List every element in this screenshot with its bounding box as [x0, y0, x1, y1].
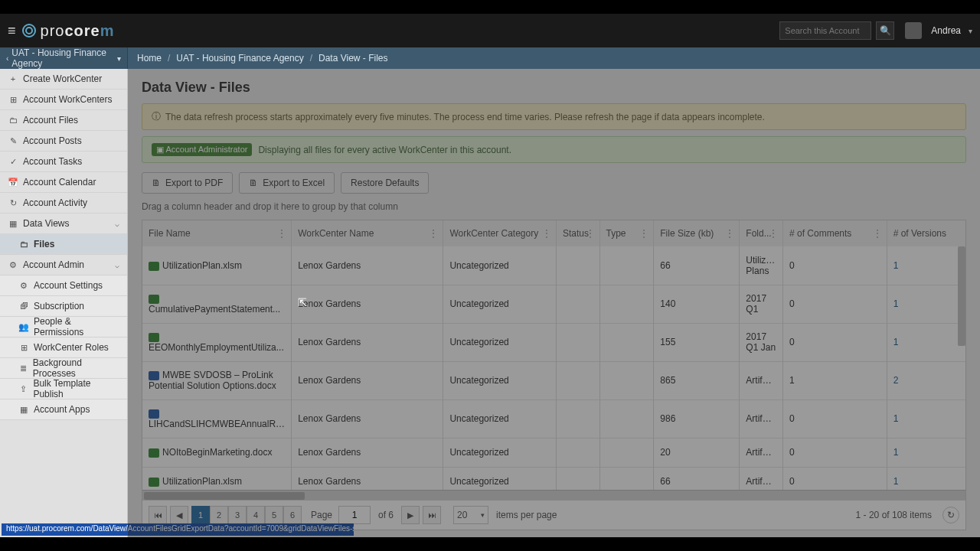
sidebar-icon: ⊞: [18, 343, 29, 353]
pager-prev[interactable]: ◀: [170, 506, 188, 524]
export-pdf-button[interactable]: 🗎Export to PDF: [142, 172, 233, 194]
column-menu-icon[interactable]: ⋮: [277, 228, 286, 239]
sidebar-item[interactable]: ✎Account Posts: [0, 131, 127, 152]
column-header[interactable]: WorkCenter Category⋮: [443, 220, 556, 246]
logo[interactable]: procorem: [22, 22, 115, 40]
sidebar-admin-item[interactable]: 🗊Subscription: [0, 296, 127, 317]
pager-next[interactable]: ▶: [401, 506, 420, 524]
sidebar-item[interactable]: +Create WorkCenter: [0, 69, 127, 90]
column-header[interactable]: # of Versions⋮: [887, 220, 965, 246]
alert-refresh: ⓘ The data refresh process starts approx…: [142, 103, 966, 130]
avatar[interactable]: [905, 22, 922, 39]
sidebar-admin[interactable]: ⚙Account Admin⌵: [0, 255, 127, 276]
crumb-account[interactable]: UAT - Housing Finance Agency: [176, 53, 303, 64]
vertical-scrollbar[interactable]: [958, 246, 965, 346]
sidebar-item[interactable]: ✓Account Tasks: [0, 152, 127, 172]
column-menu-icon[interactable]: ⋮: [769, 228, 778, 239]
column-menu-icon[interactable]: ⋮: [639, 228, 648, 239]
sidebar-files[interactable]: 🗀Files: [0, 234, 127, 255]
sidebar-item[interactable]: ↻Account Activity: [0, 193, 127, 214]
logo-icon: [22, 24, 36, 37]
column-header[interactable]: Status⋮: [556, 220, 599, 246]
pager-page[interactable]: 4: [247, 506, 265, 524]
search-icon: 🔍: [880, 25, 891, 36]
file-icon: [149, 409, 159, 419]
file-icon: [149, 448, 159, 458]
account-switcher[interactable]: ‹ UAT - Housing Finance Agency ▾: [0, 47, 128, 69]
horizontal-scrollbar[interactable]: [142, 490, 965, 500]
pager-page[interactable]: 1: [191, 506, 210, 524]
group-hint[interactable]: Drag a column header and drop it here to…: [128, 201, 980, 220]
export-excel-button[interactable]: 🗎Export to Excel: [239, 172, 335, 194]
table-row[interactable]: UtilizationPlan.xlsm Lenox Gardens Uncat…: [142, 246, 965, 285]
restore-defaults-button[interactable]: Restore Defaults: [341, 172, 429, 194]
hamburger-icon[interactable]: ≡: [8, 23, 16, 39]
badge-admin: ▣ Account Administrator: [152, 143, 252, 156]
sidebar-admin-item[interactable]: ▦Account Apps: [0, 399, 127, 420]
grid: File Name⋮WorkCenter Name⋮WorkCenter Cat…: [142, 220, 966, 530]
pager-first[interactable]: ⏮: [149, 506, 167, 524]
file-name-cell[interactable]: CumulativePaymentStatement...: [142, 285, 292, 323]
column-menu-icon[interactable]: ⋮: [586, 228, 595, 239]
table-row[interactable]: LIHCandSLIHCMWBEAnnualRe... Lenox Garden…: [142, 399, 965, 438]
table-row[interactable]: NOItoBeginMarketing.docx Lenox Gardens U…: [142, 438, 965, 467]
sidebar-admin-item[interactable]: ≣Background Processes: [0, 358, 127, 379]
pager-last[interactable]: ⏭: [423, 506, 441, 524]
refresh-button[interactable]: ↻: [942, 507, 959, 523]
search-button[interactable]: 🔍: [876, 21, 894, 40]
column-header[interactable]: File Name⋮: [142, 220, 292, 246]
sidebar-admin-item[interactable]: ⚙Account Settings: [0, 276, 127, 296]
breadcrumb: Home/ UAT - Housing Finance Agency/ Data…: [128, 53, 980, 64]
file-name-cell[interactable]: LIHCandSLIHCMWBEAnnualRe...: [142, 399, 292, 438]
file-name-cell[interactable]: EEOMonthlyEmploymentUtiliza...: [142, 323, 292, 361]
column-menu-icon[interactable]: ⋮: [725, 228, 734, 239]
crumb-home[interactable]: Home: [137, 53, 162, 64]
sidebar-item[interactable]: 📅Account Calendar: [0, 172, 127, 193]
file-icon: [149, 478, 159, 487]
table-row[interactable]: MWBE SVDOSB – ProLink Potential Solution…: [142, 361, 965, 399]
column-header[interactable]: WorkCenter Name⋮: [292, 220, 443, 246]
pager-page[interactable]: 2: [210, 506, 228, 524]
table-row[interactable]: UtilizationPlan.xlsm Lenox Gardens Uncat…: [142, 467, 965, 490]
pager-size-select[interactable]: 20▾: [453, 506, 488, 524]
pager-page[interactable]: 6: [283, 506, 302, 524]
sidebar-icon: ✓: [8, 157, 18, 167]
sidebar-icon: ⚙: [18, 281, 29, 291]
crumb-page[interactable]: Data View - Files: [318, 53, 387, 64]
pager-page-input[interactable]: [338, 506, 371, 524]
column-header[interactable]: File Size (kb)⋮: [654, 220, 740, 246]
sidebar-icon: 📅: [8, 178, 18, 187]
toolbar: 🗎Export to PDF 🗎Export to Excel Restore …: [128, 172, 980, 201]
chevron-down-icon[interactable]: ▾: [969, 27, 972, 35]
pager-of: of 6: [378, 510, 394, 520]
subbar: ‹ UAT - Housing Finance Agency ▾ Home/ U…: [0, 47, 980, 69]
column-menu-icon[interactable]: ⋮: [873, 228, 882, 239]
sidebar-item[interactable]: ⊞Account WorkCenters: [0, 90, 127, 110]
column-header[interactable]: Type⋮: [599, 220, 654, 246]
sidebar-icon: ⊞: [8, 95, 18, 105]
sidebar-dataviews[interactable]: ▦Data Views⌵: [0, 214, 127, 234]
column-menu-icon[interactable]: ⋮: [542, 228, 551, 239]
chevron-left-icon: ‹: [6, 54, 8, 63]
pager-page[interactable]: 5: [265, 506, 283, 524]
sidebar-item[interactable]: 🗀Account Files: [0, 110, 127, 131]
file-name-cell[interactable]: NOItoBeginMarketing.docx: [142, 438, 292, 467]
file-name-cell[interactable]: UtilizationPlan.xlsm: [142, 246, 292, 285]
sidebar-admin-item[interactable]: ⇪Bulk Template Publish: [0, 379, 127, 399]
column-header[interactable]: # of Comments⋮: [782, 220, 887, 246]
file-name-cell[interactable]: UtilizationPlan.xlsm: [142, 467, 292, 490]
sidebar-admin-item[interactable]: 👥People & Permissions: [0, 317, 127, 337]
file-name-cell[interactable]: MWBE SVDOSB – ProLink Potential Solution…: [142, 361, 292, 399]
pager-page[interactable]: 3: [228, 506, 247, 524]
search-input[interactable]: [779, 21, 871, 40]
pager-page-label: Page: [311, 510, 332, 520]
table-row[interactable]: CumulativePaymentStatement... Lenox Gard…: [142, 285, 965, 323]
account-label: UAT - Housing Finance Agency: [11, 47, 117, 69]
column-header[interactable]: Fold...⋮: [740, 220, 783, 246]
column-menu-icon[interactable]: ⋮: [429, 228, 438, 239]
file-icon: 🗀: [18, 240, 29, 249]
chevron-down-icon: ⌵: [115, 261, 119, 269]
sidebar-admin-item[interactable]: ⊞WorkCenter Roles: [0, 337, 127, 358]
table-row[interactable]: EEOMonthlyEmploymentUtiliza... Lenox Gar…: [142, 323, 965, 361]
username[interactable]: Andrea: [931, 25, 961, 36]
